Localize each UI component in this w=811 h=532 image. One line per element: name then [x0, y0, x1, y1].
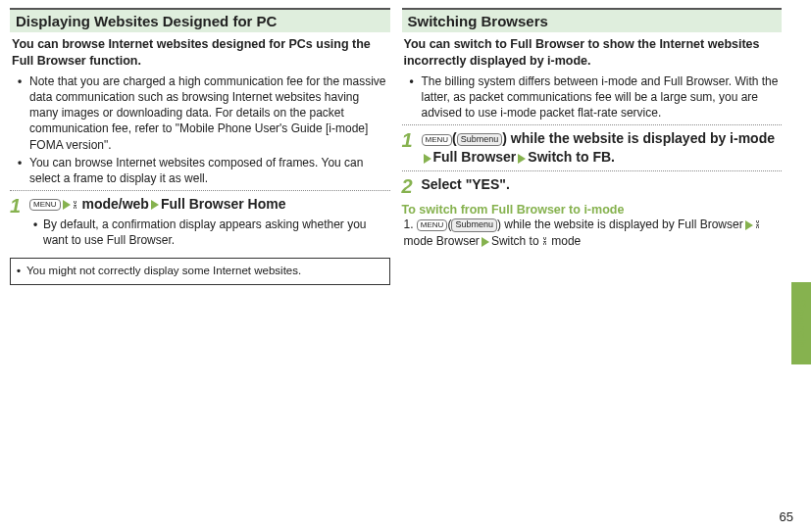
sub-text-a: ) while the website is displayed by Full… — [497, 218, 743, 231]
left-column: Displaying Websites Designed for PC You … — [10, 8, 390, 285]
step1-text-c: Switch to FB. — [528, 149, 615, 165]
arrow-icon — [745, 220, 753, 230]
step-number: 1 — [10, 195, 29, 252]
arrow-icon — [151, 200, 159, 210]
submenu-pill-icon: Submenu — [451, 218, 497, 232]
left-intro: You can browse Internet websites designe… — [10, 32, 390, 72]
menu-button-icon: MENU — [417, 219, 448, 231]
left-bullets: Note that you are charged a high communi… — [10, 73, 390, 186]
right-intro: You can switch to Full Browser to show t… — [402, 32, 783, 72]
side-tab-label: Search — [794, 300, 809, 348]
step1-text-b: Full Browser — [433, 149, 517, 165]
mode-web-text: mode/web — [78, 196, 149, 212]
left-heading: Displaying Websites Designed for PC — [10, 8, 390, 32]
step-number: 1 — [402, 129, 422, 167]
sub-text-b: mode Browser — [404, 234, 480, 248]
sub-text-d: mode — [548, 234, 581, 248]
right-bullet-1: The billing system differs between i-mod… — [420, 73, 783, 121]
left-step-1: 1 MENU⩈ mode/webFull Browser Home By def… — [10, 195, 390, 252]
right-step-1: 1 MENU(Submenu) while the website is dis… — [402, 129, 783, 167]
arrow-icon — [63, 200, 71, 210]
step-number: 2 — [402, 175, 422, 197]
full-browser-home-text: Full Browser Home — [161, 196, 286, 212]
arrow-icon — [518, 154, 526, 164]
page-number: 65 — [780, 509, 793, 524]
subhead-green: To switch from Full Browser to i-mode — [402, 203, 783, 217]
dotted-separator — [10, 190, 390, 191]
right-step-2: 2 Select "YES". — [402, 175, 783, 197]
imode-icon: ⩈ — [755, 218, 761, 233]
menu-button-icon: MENU — [29, 199, 61, 211]
dotted-separator — [402, 124, 783, 125]
right-bullets: The billing system differs between i-mod… — [402, 73, 783, 121]
step2-text: Select "YES". — [422, 175, 783, 197]
step1-text-a: ) while the website is displayed by i-mo… — [502, 130, 775, 146]
right-column: Switching Browsers You can switch to Ful… — [402, 8, 783, 285]
note-text: You might not correctly display some Int… — [17, 264, 383, 279]
note-box: You might not correctly display some Int… — [10, 258, 390, 285]
menu-button-icon: MENU — [422, 134, 453, 146]
submenu-pill-icon: Submenu — [457, 133, 503, 147]
sub-text-c: Switch to — [491, 234, 542, 248]
right-heading: Switching Browsers — [402, 8, 783, 32]
arrow-icon — [482, 237, 489, 247]
left-step1-sub: By default, a confirmation display appea… — [43, 217, 390, 248]
left-bullet-2: You can browse Internet websites compose… — [27, 155, 390, 186]
sub-procedure: 1. MENU(Submenu) while the website is di… — [402, 217, 783, 251]
left-bullet-1: Note that you are charged a high communi… — [27, 73, 390, 153]
dotted-separator — [402, 170, 783, 171]
sub-prefix: 1. — [404, 218, 417, 231]
arrow-icon — [424, 154, 431, 164]
